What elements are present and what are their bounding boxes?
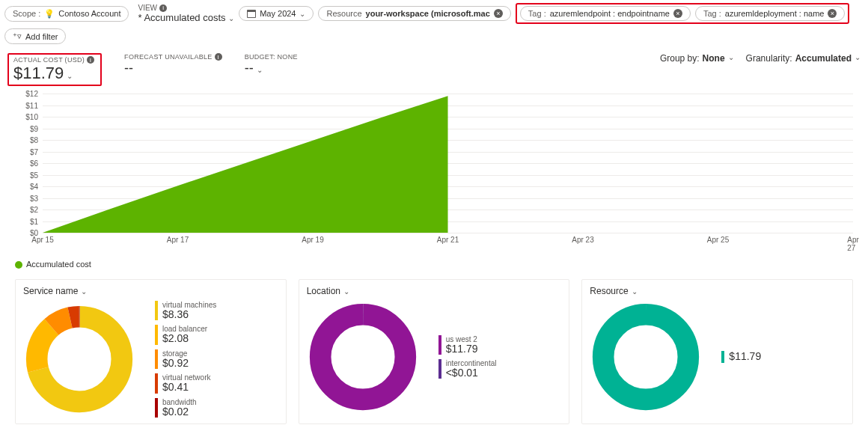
groupby-selector[interactable]: Group by: None ⌄ <box>660 53 734 64</box>
chevron-down-icon: ⌄ <box>299 10 305 18</box>
chevron-down-icon: ⌄ <box>343 287 349 296</box>
chevron-down-icon[interactable]: ⌄ <box>257 66 263 74</box>
granularity-selector[interactable]: Granularity: Accumulated ⌄ <box>746 53 861 64</box>
scope-pill[interactable]: Scope : 💡 Contoso Account <box>4 6 129 22</box>
scope-label: Scope : <box>13 9 40 18</box>
service-name-card: Service name⌄ virtual machines$8.36load … <box>15 279 287 424</box>
chevron-down-icon: ⌄ <box>855 53 861 64</box>
actual-cost-kpi: ACTUAL COST (USD)i $11.79⌄ <box>7 53 102 86</box>
tag-filter-deployment[interactable]: Tag : azuremldeployment : name × <box>695 6 846 21</box>
location-card: Location⌄ us west 2$11.79intercontinenta… <box>299 279 570 424</box>
date-pill[interactable]: May 2024 ⌄ <box>239 6 314 21</box>
calendar-icon <box>247 10 256 18</box>
add-filter-button[interactable]: ⁺▿ Add filter <box>4 28 66 44</box>
resource-card: Resource⌄ $11.79 <box>581 279 853 424</box>
svg-point-8 <box>320 314 406 400</box>
breakdown-item: load balancer$2.08 <box>155 325 216 344</box>
chevron-down-icon: ⌄ <box>632 287 638 296</box>
tag-filters-highlight: Tag : azuremlendpoint : endpointname × T… <box>516 3 850 24</box>
info-icon: i <box>159 4 167 12</box>
forecast-kpi: FORECAST UNAVAILABLEi -- <box>124 53 222 76</box>
card-header[interactable]: Resource⌄ <box>590 286 845 296</box>
breakdown-item: intercontinental<$0.01 <box>438 359 497 379</box>
chevron-down-icon: ⌄ <box>228 14 234 22</box>
chevron-down-icon: ⌄ <box>728 53 734 64</box>
legend-dot-icon <box>15 261 22 269</box>
scope-value: Contoso Account <box>58 9 120 18</box>
breakdown-item: us west 2$11.79 <box>438 335 497 355</box>
card-header[interactable]: Location⌄ <box>307 286 562 296</box>
donut-chart <box>23 303 135 415</box>
chart-legend: Accumulated cost <box>0 255 868 279</box>
info-icon: i <box>215 53 222 61</box>
breakdown-item: bandwidth$0.02 <box>155 398 216 418</box>
breakdown-item: virtual machines$8.36 <box>155 301 216 320</box>
donut-chart <box>590 301 702 413</box>
breakdown-item: storage$0.92 <box>155 349 216 369</box>
bulb-icon: 💡 <box>44 9 55 19</box>
svg-point-5 <box>37 317 122 402</box>
donut-chart <box>307 301 419 413</box>
resource-filter-pill[interactable]: Resource your-workspace (microsoft.mac × <box>318 6 510 21</box>
close-icon[interactable]: × <box>828 9 837 18</box>
card-header[interactable]: Service name⌄ <box>23 286 278 296</box>
svg-point-10 <box>604 314 689 400</box>
accumulated-cost-chart: $0$1$2$3$4$5$6$7$8$9$10$11$12 Apr 15Apr … <box>0 91 868 255</box>
breakdown-item: virtual network$0.41 <box>155 373 216 393</box>
close-icon[interactable]: × <box>494 9 503 18</box>
close-icon[interactable]: × <box>673 9 682 18</box>
chevron-down-icon[interactable]: ⌄ <box>67 72 73 80</box>
info-icon: i <box>87 56 94 64</box>
tag-filter-endpoint[interactable]: Tag : azuremlendpoint : endpointname × <box>520 6 691 21</box>
budget-kpi: BUDGET: NONE --⌄ <box>245 53 298 76</box>
chevron-down-icon: ⌄ <box>81 287 87 296</box>
view-selector[interactable]: VIEWi * Accumulated costs ⌄ <box>138 4 234 23</box>
breakdown-item: $11.79 <box>721 351 761 362</box>
filter-icon: ⁺▿ <box>13 31 22 41</box>
